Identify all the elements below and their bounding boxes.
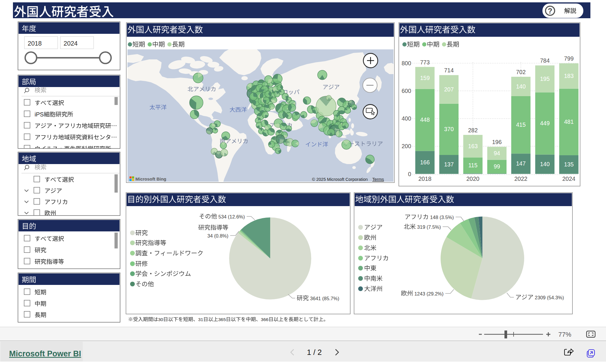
svg-text:2024: 2024 <box>562 176 575 182</box>
svg-text:282: 282 <box>468 127 478 133</box>
svg-text:1243 (29.2%): 1243 (29.2%) <box>414 291 444 296</box>
svg-text:800: 800 <box>401 60 411 66</box>
svg-text:30: 30 <box>158 317 163 322</box>
svg-text:534 (12.6%): 534 (12.6%) <box>218 214 245 219</box>
svg-text:99: 99 <box>494 163 500 170</box>
svg-text:183: 183 <box>564 73 574 79</box>
svg-text:140: 140 <box>540 161 550 167</box>
svg-text:319 (7.5%): 319 (7.5%) <box>417 224 441 230</box>
svg-text:449: 449 <box>540 120 550 126</box>
svg-text:600: 600 <box>401 88 411 94</box>
svg-text:137: 137 <box>444 161 454 168</box>
svg-text:159: 159 <box>420 75 430 81</box>
svg-text:148 (3.5%): 148 (3.5%) <box>430 215 454 220</box>
svg-text:207: 207 <box>444 86 454 93</box>
svg-text:365: 365 <box>218 317 226 322</box>
svg-text:0: 0 <box>408 171 411 177</box>
svg-text:196: 196 <box>492 139 502 145</box>
svg-text:2309 (54.3%): 2309 (54.3%) <box>535 295 564 300</box>
svg-text:2018: 2018 <box>418 176 431 182</box>
svg-text:415: 415 <box>516 121 526 128</box>
svg-text:2024: 2024 <box>64 40 78 47</box>
svg-text:31: 31 <box>198 317 203 322</box>
svg-text:147: 147 <box>516 160 526 167</box>
svg-text:34 (0.8%): 34 (0.8%) <box>207 233 228 238</box>
svg-text:94: 94 <box>494 150 500 156</box>
svg-text:366: 366 <box>261 317 268 322</box>
svg-text:© 2025 Microsoft Corporation: © 2025 Microsoft Corporation <box>312 177 368 182</box>
svg-text:166: 166 <box>420 159 430 166</box>
svg-text:1 / 2: 1 / 2 <box>307 348 322 357</box>
svg-text:Terms: Terms <box>372 177 384 182</box>
svg-text:3641 (85.7%): 3641 (85.7%) <box>310 296 339 301</box>
svg-text:?: ? <box>548 7 552 15</box>
svg-text:714: 714 <box>444 67 454 74</box>
svg-text:481: 481 <box>564 118 574 125</box>
svg-text:784: 784 <box>540 57 550 64</box>
svg-text:702: 702 <box>516 69 526 75</box>
svg-text:Microsoft Bing: Microsoft Bing <box>135 176 166 181</box>
svg-text:Microsoft Power BI: Microsoft Power BI <box>9 349 81 358</box>
svg-text:400: 400 <box>401 115 411 122</box>
svg-text:195: 195 <box>540 76 550 82</box>
svg-text:140: 140 <box>516 83 526 90</box>
svg-text:135: 135 <box>564 161 574 168</box>
svg-text:115: 115 <box>468 162 477 168</box>
svg-text:799: 799 <box>564 55 574 62</box>
svg-text:2020: 2020 <box>466 176 479 182</box>
svg-text:77%: 77% <box>558 331 571 338</box>
svg-text:773: 773 <box>420 59 430 66</box>
svg-text:2018: 2018 <box>28 40 42 47</box>
svg-text:448: 448 <box>420 116 430 123</box>
svg-text:200: 200 <box>401 143 411 149</box>
svg-text:370: 370 <box>444 126 454 132</box>
svg-text:163: 163 <box>468 143 478 149</box>
svg-text:2022: 2022 <box>514 176 527 182</box>
svg-text:iPS: iPS <box>35 111 44 118</box>
